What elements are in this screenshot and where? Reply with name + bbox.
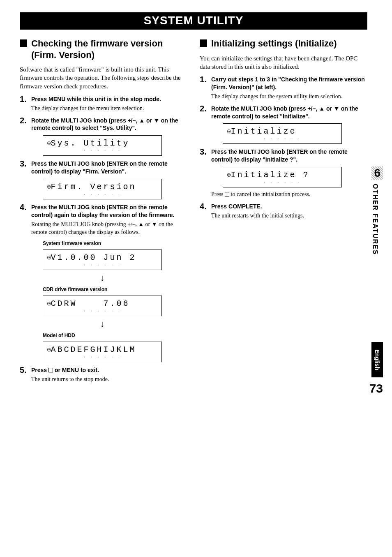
heading-initialize: Initializing settings (Initialize) xyxy=(200,38,367,49)
lcd-display: ◎Sys. Utility · · · · · · xyxy=(43,135,162,156)
step-head: Press the MULTI JOG knob (ENTER on the r… xyxy=(211,148,367,164)
lcd-subline: · · · · · · xyxy=(47,263,157,267)
lcd-subline: · · · · · · xyxy=(47,149,157,153)
lcd-caption: System firmware version xyxy=(43,240,187,246)
square-bullet-icon xyxy=(20,39,27,47)
note-text: to cancel the initialization process. xyxy=(229,191,310,197)
left-column: Checking the firmware version (Firm. Ver… xyxy=(20,35,187,387)
lcd-display: ◎Initialize · · · · · · xyxy=(223,123,342,144)
lcd-subline: · · · · · · xyxy=(47,355,157,359)
steps-initialize: Carry out steps 1 to 3 in "Checking the … xyxy=(200,76,367,220)
lcd-text: Initialize ? xyxy=(231,170,309,180)
step-head-text: Press xyxy=(31,367,48,373)
step-head: Rotate the MULTI JOG knob (press +/–, ▲ … xyxy=(31,117,187,132)
step-item: Press the MULTI JOG knob (ENTER on the r… xyxy=(20,160,187,199)
step-body: The display changes for the system utili… xyxy=(211,93,367,101)
step-body: The unit returns to the stop mode. xyxy=(31,376,187,384)
lcd-subline: · · · · · · xyxy=(227,137,337,141)
step-head: Press the MULTI JOG knob (ENTER on the r… xyxy=(31,160,187,176)
down-arrow-icon: ↓ xyxy=(43,273,162,282)
intro-initialize: You can initialize the settings that hav… xyxy=(200,54,367,71)
lcd-subline: · · · · · · xyxy=(47,309,157,313)
page-number: 73 xyxy=(369,381,383,395)
square-bullet-icon xyxy=(200,39,207,47)
language-tab: English xyxy=(371,342,383,378)
lcd-display: ◎Initialize ? · · · · · · xyxy=(223,167,342,187)
stop-icon xyxy=(48,368,53,372)
lcd-caption: Model of HDD xyxy=(43,333,187,338)
lcd-display: ◎ABCDEFGHIJKLM · · · · · · xyxy=(43,342,162,362)
step-body: Rotating the MULTI JOG knob (pressing +/… xyxy=(31,221,187,236)
steps-firmware: Press MENU while this unit is in the sto… xyxy=(20,95,187,384)
lcd-display: ◎CDRW 7.06 · · · · · · xyxy=(43,296,162,316)
intro-firmware: Software that is called "firmware" is bu… xyxy=(20,65,187,90)
lcd-subline: · · · · · · xyxy=(47,192,157,196)
lcd-text: ABCDEFGHIJKLM xyxy=(51,345,136,354)
step-head-text: or MENU to exit. xyxy=(53,367,99,373)
step-item: Carry out steps 1 to 3 in "Checking the … xyxy=(200,76,367,101)
step-item: Press the MULTI JOG knob (ENTER on the r… xyxy=(200,148,367,199)
heading-text: Checking the firmware version (Firm. Ver… xyxy=(31,38,187,60)
down-arrow-icon: ↓ xyxy=(43,319,162,328)
step-head: Press MENU while this unit is in the sto… xyxy=(31,95,187,103)
step-item: Press or MENU to exit. The unit returns … xyxy=(20,366,187,384)
side-tab: 6 OTHER FEATURES xyxy=(371,166,383,255)
lcd-text: CDRW 7.06 xyxy=(51,299,129,308)
step-item: Press the MULTI JOG knob (ENTER on the r… xyxy=(20,203,187,362)
step-body: The display changes for the menu item se… xyxy=(31,105,187,113)
step-head: Press the MULTI JOG knob (ENTER on the r… xyxy=(31,203,187,219)
right-column: Initializing settings (Initialize) You c… xyxy=(200,35,367,387)
page-banner: SYSTEM UTILITY xyxy=(20,12,367,30)
step-body: Press to cancel the initialization proce… xyxy=(211,191,367,199)
step-item: Press MENU while this unit is in the sto… xyxy=(20,95,187,113)
step-head: Rotate the MULTI JOG knob (press +/–, ▲ … xyxy=(211,105,367,120)
section-label: OTHER FEATURES xyxy=(371,184,379,255)
heading-text: Initializing settings (Initialize) xyxy=(211,38,337,49)
lcd-text: V1.0.00 Jun 2 xyxy=(51,253,136,262)
step-item: Rotate the MULTI JOG knob (press +/–, ▲ … xyxy=(200,105,367,144)
step-head: Carry out steps 1 to 3 in "Checking the … xyxy=(211,76,367,91)
lcd-display: ◎Firm. Version · · · · · · xyxy=(43,179,162,199)
chapter-number: 6 xyxy=(371,166,383,180)
stop-icon xyxy=(225,192,229,196)
note-text: Press xyxy=(211,191,225,197)
step-body: The unit restarts with the initial setti… xyxy=(211,212,367,220)
lcd-text: Initialize xyxy=(231,127,296,136)
lcd-text: Firm. Version xyxy=(51,182,136,192)
step-item: Press COMPLETE. The unit restarts with t… xyxy=(200,203,367,220)
step-item: Rotate the MULTI JOG knob (press +/–, ▲ … xyxy=(20,117,187,156)
heading-firmware: Checking the firmware version (Firm. Ver… xyxy=(20,38,187,60)
lcd-caption: CDR drive firmware version xyxy=(43,287,187,292)
lcd-display: ◎V1.0.00 Jun 2 · · · · · · xyxy=(43,250,162,270)
step-head: Press COMPLETE. xyxy=(211,203,367,210)
page-footer: English 73 xyxy=(369,342,383,396)
step-head: Press or MENU to exit. xyxy=(31,366,187,374)
lcd-subline: · · · · · · xyxy=(227,180,337,185)
lcd-text: Sys. Utility xyxy=(51,139,129,148)
